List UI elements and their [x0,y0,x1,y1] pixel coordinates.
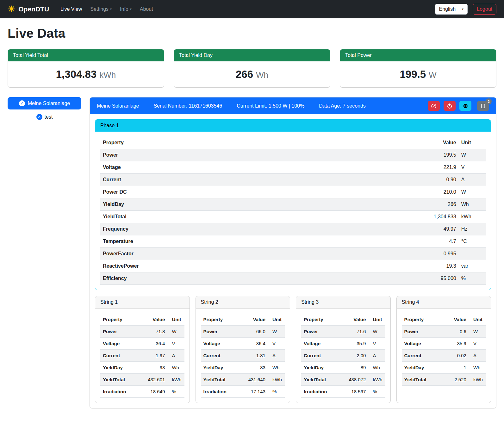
unit-cell: A [268,350,285,362]
inverter-data-age: Data Age: 7 seconds [319,103,366,109]
table-row: Power66.0W [201,326,285,338]
table-row: YieldDay93Wh [100,362,184,374]
table-row: YieldTotal2.520kWh [402,374,486,386]
property-cell: Voltage [201,338,240,350]
string-2-title: String 2 [196,296,290,308]
inverter-name: Meine Solaranlage [97,103,139,109]
unit-cell: % [167,386,184,398]
inverter-current-limit: Current Limit: 1,500 W | 100% [237,103,304,109]
unit-cell: kWh [459,211,486,223]
value-cell: 199.5 [393,149,459,161]
nav-info[interactable]: Info ▾ [117,4,135,15]
unit-cell: A [459,174,486,186]
phase-1-body: Property Value Unit Power199.5W Voltage2… [95,132,491,290]
unit-cell: kWh [368,374,385,386]
event-count-badge: 2 [486,98,492,104]
string-1-title: String 1 [95,296,190,308]
brand[interactable]: ☀ OpenDTU [8,5,49,14]
unit-column-header: Unit [459,137,486,149]
value-cell: 35.9 [340,338,368,350]
table-row: Voltage221.9V [100,161,486,174]
value-cell: 71.6 [340,326,368,338]
table-row: Current2.00A [301,350,385,362]
property-cell: Irradiation [100,386,139,398]
phase-1-title: Phase 1 [95,120,491,132]
table-row: Irradiation18.649% [100,386,184,398]
table-row: Voltage35.9V [402,338,486,350]
value-column-header: Value [139,314,167,326]
property-cell: ReactivePower [100,260,393,272]
table-row: Frequency49.97Hz [100,223,486,235]
value-cell: 210.0 [393,186,459,198]
inverter-sidebar: ✓ Meine Solaranlage ✕ test [8,97,81,120]
value-cell: 266 [393,198,459,211]
speedometer-icon [431,103,437,109]
value-cell: 2.520 [440,374,469,386]
device-info-button[interactable] [459,101,471,111]
table-row: ReactivePower19.3var [100,260,486,272]
unit-cell: V [459,161,486,174]
value-cell: 0.6 [440,326,469,338]
table-header-row: Property Value Unit [100,314,184,326]
nav-settings[interactable]: Settings ▾ [87,4,115,15]
property-cell: YieldDay [201,362,240,374]
limit-settings-button[interactable] [428,101,440,111]
inverter-select-button-test[interactable]: ✕ test [36,114,53,120]
summary-card-value: 1,304.83 [56,68,96,80]
table-row: Power71.6W [301,326,385,338]
unit-cell: kWh [268,374,285,386]
property-cell: YieldDay [402,362,440,374]
nav-links: Live View Settings ▾ Info ▾ About [57,4,435,15]
summary-card-body: 266Wh [174,61,330,87]
table-row: Current1.97A [100,350,184,362]
value-cell: 0.995 [393,248,459,260]
property-column-header: Property [301,314,340,326]
summary-card-title: Total Power [340,49,496,61]
unit-cell: Wh [268,362,285,374]
value-cell: 95.000 [393,272,459,285]
property-cell: Power [402,326,440,338]
nav-live-view-label: Live View [60,6,82,12]
property-cell: YieldDay [100,362,139,374]
value-cell: 221.9 [393,161,459,174]
unit-cell: Wh [469,362,486,374]
value-cell: 0.90 [393,174,459,186]
brand-label: OpenDTU [18,5,49,13]
property-cell: Current [301,350,340,362]
inverter-card-body: Phase 1 Property Value Unit [90,114,496,408]
value-column-header: Value [240,314,268,326]
property-column-header: Property [402,314,440,326]
value-cell: 18.649 [139,386,167,398]
logout-button[interactable]: Logout [473,4,496,15]
phase-table: Property Value Unit Power199.5W Voltage2… [100,137,486,285]
value-cell: 66.0 [240,326,268,338]
table-row: Irradiation18.597% [301,386,385,398]
value-cell: 19.3 [393,260,459,272]
summary-card-total-yield-day: Total Yield Day 266Wh [174,49,330,88]
property-column-header: Property [100,314,139,326]
value-cell: 35.9 [440,338,469,350]
unit-cell: V [469,338,486,350]
string-4-title: String 4 [397,296,491,308]
unit-cell: % [268,386,285,398]
string-3-title: String 3 [296,296,390,308]
unit-cell: W [368,326,385,338]
value-column-header: Value [440,314,469,326]
language-select[interactable]: English ▾ [435,4,468,15]
page-title: Live Data [8,26,496,41]
event-log-button[interactable]: 2 [477,101,489,111]
value-column-header: Value [393,137,459,149]
table-row: PowerFactor0.995 [100,248,486,260]
nav-about[interactable]: About [137,4,156,15]
value-cell: 0.02 [440,350,469,362]
power-toggle-button[interactable] [444,101,456,111]
property-cell: YieldTotal [301,374,340,386]
property-cell: Temperature [100,235,393,248]
nav-live-view[interactable]: Live View [57,4,85,15]
string-table: Property Value Unit Power0.6W Voltage35.… [402,314,486,386]
value-cell: 36.4 [139,338,167,350]
inverter-select-button-active[interactable]: ✓ Meine Solaranlage [8,97,81,109]
x-circle-icon: ✕ [36,114,42,120]
unit-cell: kWh [469,374,486,386]
property-cell: Power [100,326,139,338]
